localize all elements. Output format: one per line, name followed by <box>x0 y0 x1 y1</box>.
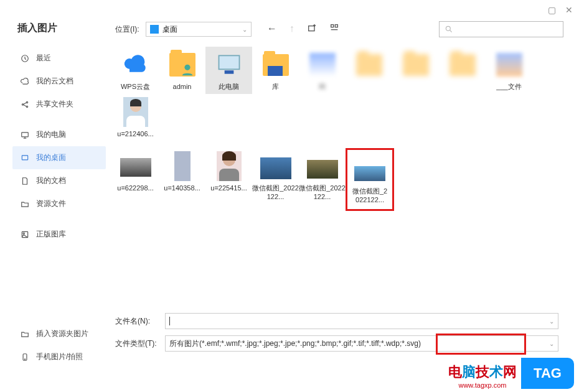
file-blur3[interactable] <box>392 47 439 94</box>
svg-point-1 <box>22 103 23 105</box>
cloud-icon <box>20 77 30 86</box>
file-admin[interactable]: admin <box>159 47 205 94</box>
sidebar-item-gallery[interactable]: 正版图库 <box>12 223 106 246</box>
sidebar-item-mydoc[interactable]: 我的文档 <box>12 169 106 192</box>
file-label: 微信截图_2022122... <box>351 187 389 205</box>
file-label: admin <box>159 82 205 91</box>
sidebar-item-label: 我的桌面 <box>36 152 66 163</box>
file-thispc[interactable]: 此电脑 <box>205 47 252 94</box>
image-thumb <box>174 151 191 181</box>
current-folder-name: 桌面 <box>162 24 177 35</box>
filename-input[interactable]: ⌄ <box>165 313 558 329</box>
image-thumb <box>120 158 151 177</box>
mobile-photo-button[interactable]: 手机图片/拍照 <box>12 345 106 368</box>
svg-rect-5 <box>22 155 27 159</box>
folder-icon <box>20 199 30 209</box>
file-label: u=622298... <box>112 184 159 192</box>
image-thumb <box>260 157 291 179</box>
sidebar-item-resources[interactable]: 资源文件 <box>12 192 106 215</box>
sidebar-item-recent[interactable]: 最近 <box>12 47 106 70</box>
chevron-down-icon: ⌄ <box>549 340 554 347</box>
svg-point-3 <box>26 106 27 107</box>
svg-rect-16 <box>224 70 233 74</box>
maximize-icon[interactable]: ▢ <box>548 5 556 15</box>
share-icon <box>20 100 30 110</box>
chevron-down-icon: ⌄ <box>242 26 247 33</box>
file-wx1[interactable]: 微信截图_2022122... <box>252 148 299 212</box>
svg-point-9 <box>24 358 25 359</box>
sidebar-item-shared[interactable]: 共享文件夹 <box>12 93 106 116</box>
file-blur1[interactable]: 网 <box>299 47 346 94</box>
sidebar-item-label: 我的文档 <box>36 175 66 186</box>
desktop-icon <box>20 153 30 163</box>
file-label: 微信截图_2022122... <box>252 184 299 202</box>
file-portrait[interactable]: u=212406... <box>112 94 159 141</box>
document-icon <box>20 176 30 186</box>
svg-rect-12 <box>335 25 337 27</box>
resource-folder-icon <box>20 329 30 339</box>
user-folder-icon <box>166 50 199 80</box>
file-wps-cloud[interactable]: WPS云盘 <box>112 47 159 94</box>
file-label: u=225415... <box>205 184 252 192</box>
sidebar-item-label: 插入资源夹图片 <box>36 329 88 339</box>
file-label: 库 <box>252 82 299 91</box>
sidebar-item-label: 最近 <box>36 53 51 63</box>
sidebar-item-label: 手机图片/拍照 <box>36 352 83 362</box>
up-icon[interactable]: ↑ <box>290 23 294 35</box>
svg-rect-15 <box>219 55 239 69</box>
sidebar-item-label: 正版图库 <box>36 229 66 240</box>
file-blur5[interactable]: ___文件 <box>486 47 532 94</box>
sidebar-item-mycomputer[interactable]: 我的电脑 <box>12 123 106 146</box>
file-u225415[interactable]: u=225415... <box>205 148 252 212</box>
sidebar-item-mydesktop[interactable]: 我的桌面 <box>12 146 106 169</box>
search-icon <box>445 25 453 34</box>
image-icon <box>20 230 30 240</box>
file-blur4[interactable] <box>439 47 486 94</box>
bottom-fields: 文件名(N): ⌄ 文件类型(T): 所有图片(*.emf;*.wmf;*.jp… <box>115 313 563 358</box>
tag-badge: TAG <box>521 358 574 389</box>
dialog-title: 插入图片 <box>17 22 57 35</box>
filetype-label: 文件类型(T): <box>115 338 165 349</box>
sidebar-item-label: 共享文件夹 <box>36 99 73 110</box>
file-wx2[interactable]: 微信截图_2022122... <box>299 148 346 212</box>
highlight-annotation <box>436 334 526 355</box>
svg-point-2 <box>26 101 27 103</box>
file-label: 微信截图_2022122... <box>299 184 346 202</box>
svg-rect-10 <box>308 26 314 31</box>
file-label: u=212406... <box>112 129 159 138</box>
insert-resource-image-button[interactable]: 插入资源夹图片 <box>12 322 106 345</box>
image-thumb <box>217 151 242 181</box>
svg-point-14 <box>184 65 190 70</box>
new-folder-icon[interactable] <box>307 23 317 35</box>
file-browser: WPS云盘 admin 此电脑 库 网 <box>112 47 570 308</box>
sidebar-bottom: 插入资源夹图片 手机图片/拍照 <box>12 322 106 368</box>
file-label: ___文件 <box>486 82 532 91</box>
file-label: 此电脑 <box>205 82 252 91</box>
sidebar-item-label: 我的云文档 <box>36 76 73 86</box>
file-library[interactable]: 库 <box>252 47 299 94</box>
location-dropdown[interactable]: 桌面 ⌄ <box>146 22 252 37</box>
file-wx3[interactable]: 微信截图_2022122... <box>351 151 389 208</box>
sidebar-item-cloud[interactable]: 我的云文档 <box>12 70 106 93</box>
file-u140358[interactable]: u=140358... <box>159 148 205 212</box>
chevron-down-icon: ⌄ <box>549 318 554 325</box>
watermark: 电脑技术网 www.tagxp.com <box>448 363 517 389</box>
file-label: WPS云盘 <box>112 82 159 91</box>
toolbar: 位置(I): 桌面 ⌄ ← ↑ <box>115 20 563 39</box>
pc-icon <box>213 50 245 80</box>
image-thumb <box>354 166 385 181</box>
sidebar: 最近 我的云文档 共享文件夹 我的电脑 我的桌面 我的文档 资源文件 <box>12 47 106 246</box>
selected-file-highlight: 微信截图_2022122... <box>346 148 394 212</box>
photo-thumb <box>120 97 152 127</box>
library-folder-icon <box>260 50 292 80</box>
close-icon[interactable]: ✕ <box>565 5 573 15</box>
search-input[interactable] <box>439 21 563 37</box>
filename-label: 文件名(N): <box>115 316 165 327</box>
desktop-folder-icon <box>150 25 159 34</box>
svg-point-7 <box>23 233 24 234</box>
image-thumb <box>307 160 338 179</box>
file-blur2[interactable] <box>346 47 392 94</box>
view-icon[interactable] <box>329 23 339 35</box>
back-icon[interactable]: ← <box>267 23 277 35</box>
file-u622298[interactable]: u=622298... <box>112 148 159 212</box>
